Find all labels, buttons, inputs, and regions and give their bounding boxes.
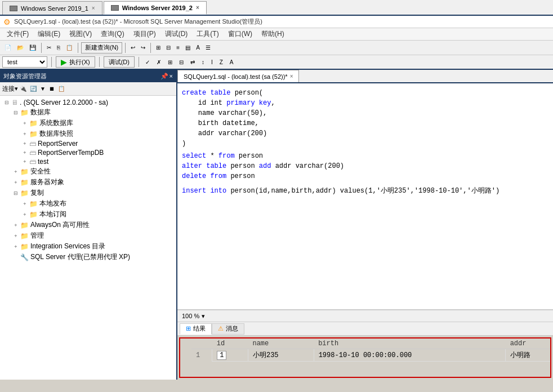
tb-copy[interactable]: ⎘ (55, 42, 63, 54)
results-tab-results[interactable]: ⊞ 结果 (180, 323, 212, 335)
management-label: 管理 (30, 231, 44, 240)
new-query-button[interactable]: 新建查询(N) (81, 42, 122, 54)
menu-help[interactable]: 帮助(H) (257, 28, 289, 40)
oe-disconnect[interactable]: 🔌 (18, 83, 28, 95)
expand-integration[interactable]: + (11, 244, 20, 250)
tb-exec-10[interactable]: A (228, 56, 236, 68)
menu-debug[interactable]: 调试(D) (160, 28, 193, 40)
expand-server[interactable]: ⊟ (2, 100, 11, 105)
menu-view[interactable]: 视图(V) (65, 28, 96, 40)
tb-undo[interactable]: ↩ (128, 42, 137, 54)
oe-stop[interactable]: ⏹ (47, 83, 56, 95)
expand-databases[interactable]: ⊟ (11, 110, 20, 115)
expand-local-pub[interactable]: + (20, 201, 29, 207)
tree-item-management[interactable]: + 📁 管理 (0, 230, 176, 241)
expand-alwayson[interactable]: + (11, 222, 20, 228)
tb-exec-5[interactable]: ⊟ (177, 56, 186, 68)
oe-refresh[interactable]: 🔄 (28, 83, 38, 95)
menu-window[interactable]: 窗口(W) (224, 28, 257, 40)
zoom-dropdown[interactable]: ▾ (202, 313, 205, 320)
menu-tools[interactable]: 工具(T) (192, 28, 223, 40)
tb-more2[interactable]: ⊟ (164, 42, 173, 54)
menu-project[interactable]: 项目(P) (129, 28, 160, 40)
expand-replication[interactable]: ⊟ (11, 190, 20, 196)
query-tab-1-label: SQLQuery1.sql - (local).test (sa (52))* (184, 73, 288, 80)
tree-item-agent[interactable]: 🔧 SQL Server 代理(已禁用代理 XP) (0, 252, 176, 262)
tb-redo[interactable]: ↪ (139, 42, 148, 54)
tb-exec-2[interactable]: ✓ (143, 56, 152, 68)
tree-item-local-pub[interactable]: + 📁 本地发布 (0, 198, 176, 209)
tb-more6[interactable]: ☰ (203, 42, 213, 54)
tab-close-1[interactable]: × (92, 5, 95, 11)
expand-snapshots[interactable]: + (20, 131, 29, 137)
tree-item-alwayson[interactable]: + 📁 AlwaysOn 高可用性 (0, 220, 176, 230)
tb-exec-6[interactable]: ⇄ (188, 56, 197, 68)
expand-rs[interactable]: + (20, 141, 29, 146)
query-tab-1-close[interactable]: × (290, 73, 293, 79)
col-id: id (212, 338, 248, 349)
col-birth: birth (314, 338, 505, 349)
tb-more3[interactable]: ≡ (174, 42, 182, 54)
database-selector[interactable]: test (2, 56, 47, 68)
tb-open[interactable]: 📂 (15, 42, 26, 54)
tree-item-security[interactable]: + 📁 安全性 (0, 166, 176, 177)
results-tab-messages[interactable]: ⚠ 消息 (212, 323, 244, 335)
connect-label[interactable]: 连接▾ (2, 84, 18, 93)
debug-button[interactable]: 调试(D) (104, 56, 135, 68)
tree-item-integration[interactable]: + 📁 Integration Services 目录 (0, 241, 176, 252)
tree-item-reportservertempdb[interactable]: + 🗃 ReportServerTempDB (0, 148, 176, 157)
expand-management[interactable]: + (11, 233, 20, 239)
tree-item-local-sub[interactable]: + 📁 本地订阅 (0, 209, 176, 220)
expand-agent[interactable] (11, 255, 20, 260)
oe-header: 对象资源管理器 📌 × (0, 70, 176, 82)
tb-exec-8[interactable]: I (209, 56, 215, 68)
menu-query[interactable]: 查询(Q) (96, 28, 128, 40)
expand-sysdb[interactable]: + (20, 121, 29, 126)
tb-more4[interactable]: ▤ (183, 42, 193, 54)
tab-label-2: Windows Server 2019_2 (122, 5, 193, 11)
expand-rstmp[interactable]: + (20, 150, 29, 155)
tb-exec-4[interactable]: ⊞ (166, 56, 175, 68)
tab-server-1[interactable]: Windows Server 2019_1 × (2, 1, 102, 15)
execute-button[interactable]: ▶ 执行(X) (56, 56, 95, 68)
tb-new-file[interactable]: 📄 (2, 42, 14, 54)
folder-sysdb-icon: 📁 (29, 119, 38, 127)
agent-label: SQL Server 代理(已禁用代理 XP) (30, 252, 130, 262)
test-label: test (38, 158, 48, 166)
tb-cut[interactable]: ✂ (44, 42, 53, 54)
oe-close[interactable]: × (170, 73, 173, 80)
db-rstmp-icon: 🗃 (29, 149, 36, 157)
menu-file[interactable]: 文件(F) (2, 28, 33, 40)
expand-test[interactable]: + (20, 159, 29, 164)
tree-item-server[interactable]: ⊟ 🖥 . (SQL Server 12.0.2000 - sa) (0, 98, 176, 107)
oe-summary[interactable]: 📋 (56, 83, 66, 95)
tb-exec-7[interactable]: ↕ (199, 56, 207, 68)
tree-item-databases[interactable]: ⊟ 📁 数据库 (0, 107, 176, 118)
tab-server-2[interactable]: Windows Server 2019_2 × (104, 1, 207, 15)
tb-more5[interactable]: A (194, 42, 202, 54)
expand-local-sub[interactable]: + (20, 212, 29, 217)
tree-item-test[interactable]: + 🗃 test (0, 157, 176, 166)
menu-edit[interactable]: 编辑(E) (33, 28, 65, 40)
tab-close-2[interactable]: × (196, 5, 199, 11)
oe-filter[interactable]: ▼ (38, 83, 47, 95)
tree-item-server-objects[interactable]: + 📁 服务器对象 (0, 177, 176, 188)
expand-security[interactable]: + (11, 169, 20, 175)
tb-exec-9[interactable]: Z (217, 56, 225, 68)
tb-exec-3[interactable]: ✗ (154, 56, 163, 68)
tree-item-replication[interactable]: ⊟ 📁 复制 (0, 188, 176, 198)
sql-line-8: alter table person add addr varchar(200) (182, 161, 548, 171)
query-tab-1[interactable]: SQLQuery1.sql - (local).test (sa (52))* … (177, 70, 299, 82)
menu-bar: 文件(F) 编辑(E) 视图(V) 查询(Q) 项目(P) 调试(D) 工具(T… (0, 28, 553, 41)
expand-server-objects[interactable]: + (11, 180, 20, 185)
oe-pin[interactable]: 📌 (160, 73, 168, 80)
sql-editor[interactable]: create table person( id int primary key,… (177, 83, 553, 310)
tree-item-sysdb[interactable]: + 📁 系统数据库 (0, 118, 176, 128)
main-area: 对象资源管理器 📌 × 连接▾ 🔌 🔄 ▼ ⏹ 📋 ⊟ 🖥 . (SQL Ser… (0, 70, 553, 380)
tb-paste[interactable]: 📋 (64, 42, 75, 54)
tb-save[interactable]: 💾 (27, 42, 38, 54)
tree-item-snapshots[interactable]: + 📁 数据库快照 (0, 128, 176, 139)
sql-line-2: id int primary key, (182, 98, 548, 108)
tree-item-reportserver[interactable]: + 🗃 ReportServer (0, 139, 176, 148)
tb-more1[interactable]: ⊞ (154, 42, 163, 54)
